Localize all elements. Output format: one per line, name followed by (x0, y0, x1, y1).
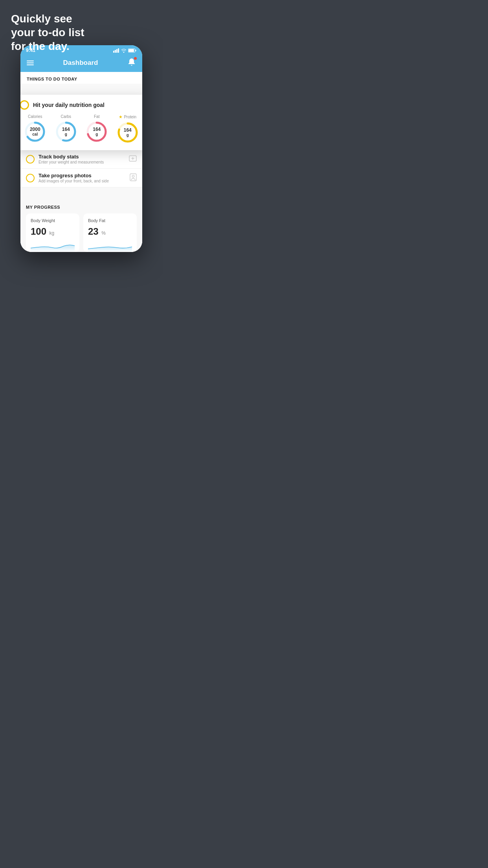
svg-rect-2 (116, 49, 117, 53)
fat-value: 164 g (93, 127, 101, 137)
task-body-stats[interactable]: Track body stats Enter your weight and m… (20, 150, 142, 169)
notification-dot (134, 57, 137, 60)
battery-icon (128, 48, 137, 53)
protein-value: 164 g (124, 127, 132, 138)
wifi-icon (121, 48, 127, 53)
carbs-value: 164 g (62, 127, 70, 137)
progress-section: MY PROGRESS Body Weight 100 kg (20, 199, 142, 252)
body-weight-card[interactable]: Body Weight 100 kg (26, 213, 79, 252)
hero-line3: for the day. (11, 40, 70, 52)
body-weight-value: 100 kg (31, 226, 75, 237)
calories-circle: 2000 cal (24, 120, 46, 143)
calories-value: 2000 cal (30, 127, 40, 137)
task-info: Take progress photos Add images of your … (39, 173, 126, 183)
progress-header: MY PROGRESS (26, 205, 137, 210)
carbs-label: Carbs (61, 114, 71, 119)
hamburger-menu[interactable] (27, 61, 34, 65)
star-icon: ★ (119, 114, 123, 120)
task-info: Track body stats Enter your weight and m… (39, 154, 125, 164)
body-fat-title: Body Fat (88, 218, 132, 223)
carbs-circle: 164 g (55, 120, 77, 143)
fat-ring: Fat 164 g (85, 114, 108, 143)
nutrition-checkbox[interactable] (20, 100, 29, 110)
svg-rect-5 (136, 50, 136, 51)
task-name: Track body stats (39, 154, 125, 160)
protein-label: ★ Protein (119, 114, 136, 120)
protein-circle: 164 g (116, 121, 139, 144)
app-content: THINGS TO DO TODAY Hit your daily nutrit… (20, 72, 142, 252)
protein-ring: ★ Protein 164 g (116, 114, 139, 144)
things-header: THINGS TO DO TODAY (20, 72, 142, 84)
svg-rect-3 (118, 48, 119, 53)
body-fat-chart (88, 240, 132, 252)
task-pending-icon (26, 174, 35, 182)
task-name: Take progress photos (39, 173, 126, 178)
svg-rect-0 (113, 51, 114, 53)
hero-text: Quickly see your to-do list for the day. (11, 12, 84, 53)
body-weight-chart (31, 240, 75, 252)
task-pending-icon (26, 155, 35, 164)
hero-line2: your to-do list (11, 26, 84, 39)
calories-ring: Calories 2000 cal (24, 114, 46, 143)
task-sub: Add images of your front, back, and side (39, 179, 126, 183)
carbs-ring: Carbs 164 g (55, 114, 77, 143)
task-sub: Enter your weight and measurements (39, 160, 125, 164)
person-icon (130, 173, 137, 183)
progress-cards: Body Weight 100 kg (26, 213, 137, 252)
body-fat-value: 23 % (88, 226, 132, 237)
svg-point-19 (132, 175, 134, 177)
svg-rect-6 (128, 49, 134, 52)
status-icons (113, 48, 137, 53)
body-weight-title: Body Weight (31, 218, 75, 223)
signal-icon (113, 48, 119, 53)
spacer (20, 188, 142, 199)
nutrition-rings: Calories 2000 cal (20, 114, 142, 144)
hero-line1: Quickly see (11, 13, 72, 25)
phone-mockup: 9:41 D (20, 45, 142, 252)
fat-circle: 164 g (85, 120, 108, 143)
nav-title: Dashboard (34, 59, 127, 67)
task-photos[interactable]: Take progress photos Add images of your … (20, 169, 142, 188)
fat-label: Fat (94, 114, 99, 119)
calories-label: Calories (28, 114, 42, 119)
bell-button[interactable] (127, 58, 136, 68)
nutrition-title: Hit your daily nutrition goal (33, 102, 105, 108)
scale-icon (129, 155, 137, 164)
nutrition-card-header: Hit your daily nutrition goal (20, 100, 142, 110)
nav-bar: Dashboard (20, 55, 142, 72)
body-fat-card[interactable]: Body Fat 23 % (83, 213, 137, 252)
nutrition-card: Hit your daily nutrition goal Calories 2 (20, 95, 142, 150)
svg-rect-1 (115, 50, 116, 53)
